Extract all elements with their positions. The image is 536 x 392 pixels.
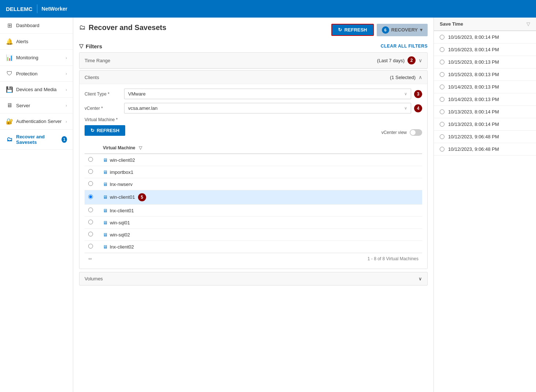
chevron-right-icon: › — [66, 103, 67, 108]
vm-radio-7[interactable] — [85, 241, 99, 253]
vm-radio-1[interactable] — [85, 166, 99, 178]
save-time-radio-7[interactable] — [440, 122, 444, 127]
sidebar-item-label: Alerts — [16, 39, 28, 44]
sidebar-item-devices-and-media[interactable]: 💾 Devices and Media › — [0, 82, 73, 98]
save-time-radio-1[interactable] — [440, 47, 444, 52]
sidebar-item-alerts[interactable]: 🔔 Alerts — [0, 34, 73, 50]
save-time-radio-3[interactable] — [440, 72, 444, 77]
sidebar-item-monitoring[interactable]: 📊 Monitoring › — [0, 50, 73, 66]
time-range-label: Time Range — [85, 58, 377, 63]
vm-radio-2[interactable] — [85, 178, 99, 190]
sidebar-item-authentication-server[interactable]: 🔐 Authentication Server › — [0, 113, 73, 130]
sidebar-item-dashboard[interactable]: ⊞ Dashboard — [0, 18, 73, 34]
save-time-row[interactable]: 10/15/2023, 8:00:13 PM — [434, 56, 536, 68]
dashboard-icon: ⊞ — [6, 22, 13, 29]
refresh-button[interactable]: ↻ REFRESH — [85, 125, 125, 136]
chevron-right-icon: › — [66, 87, 67, 92]
vm-radio-5[interactable] — [85, 217, 99, 229]
vcenter-row: ↻ REFRESH vCenter view — [85, 125, 422, 139]
save-time-radio-4[interactable] — [440, 85, 444, 89]
save-time-radio-8[interactable] — [440, 134, 444, 139]
save-time-radio-9[interactable] — [440, 147, 444, 152]
vm-radio-0[interactable] — [85, 154, 99, 166]
step-badge-2: 2 — [407, 56, 416, 64]
chevron-down-icon: ∨ — [418, 57, 422, 63]
save-time-radio-6[interactable] — [440, 109, 444, 114]
vm-icon: 🖥 — [103, 220, 108, 225]
vm-radio-6[interactable] — [85, 229, 99, 241]
clear-all-filters-button[interactable]: CLEAR ALL FILTERS — [381, 44, 428, 49]
clients-filter: Clients (1 Selected) ∧ Client Type * VMw… — [79, 70, 428, 269]
right-panel-header: Save Time ▽ — [434, 18, 536, 31]
sidebar-item-protection[interactable]: 🛡 Protection › — [0, 66, 73, 82]
vm-radio-4[interactable] — [85, 205, 99, 217]
filter-save-time-icon[interactable]: ▽ — [526, 21, 530, 27]
devices-icon: 💾 — [6, 86, 13, 93]
table-row[interactable]: 🖥win-sql01 — [85, 217, 422, 229]
save-time-value: 10/12/2023, 9:06:48 PM — [448, 134, 499, 139]
time-range-filter-row[interactable]: Time Range (Last 7 days) 2 ∨ — [79, 53, 427, 68]
sidebar-item-server[interactable]: 🖥 Server › — [0, 98, 73, 113]
save-time-value: 10/15/2023, 8:00:13 PM — [448, 59, 499, 65]
table-row[interactable]: 🖥lnx-nwserv — [85, 178, 422, 190]
clients-expanded: Client Type * VMware ∨ 3 vCenter * vcsa.… — [79, 84, 427, 269]
client-type-value: VMware — [128, 91, 146, 97]
vm-table-select-col — [85, 142, 99, 154]
save-time-value: 10/13/2023, 8:00:14 PM — [448, 109, 499, 115]
column-resize-icon[interactable]: ⇔ — [88, 256, 92, 261]
step-badge-5: 5 — [138, 193, 146, 201]
save-time-row[interactable]: 10/14/2023, 8:00:13 PM — [434, 81, 536, 93]
sidebar-item-recover-and-savesets[interactable]: 🗂 Recover and Savesets 1 — [0, 130, 73, 150]
volumes-filter-row[interactable]: Volumes ∨ — [79, 272, 428, 285]
vm-table: Virtual Machine ▽ 🖥win-client02🖥importbo… — [85, 142, 422, 253]
filters-title-text: Filters — [86, 43, 102, 49]
save-time-row[interactable]: 10/16/2023, 8:00:14 PM — [434, 44, 536, 56]
save-time-row[interactable]: 10/12/2023, 9:06:48 PM — [434, 131, 536, 143]
table-row[interactable]: 🖥lnx-client01 — [85, 205, 422, 217]
filter-col-icon[interactable]: ▽ — [139, 145, 142, 150]
table-row[interactable]: 🖥lnx-client02 — [85, 241, 422, 253]
recovery-label: RECOVERY — [391, 27, 418, 33]
save-time-row[interactable]: 10/12/2023, 9:06:48 PM — [434, 143, 536, 156]
client-type-select[interactable]: VMware ∨ — [124, 89, 411, 99]
page-title-icon: 🗂 — [79, 24, 86, 31]
auth-icon: 🔐 — [6, 118, 13, 125]
step-badge-3: 3 — [414, 90, 422, 98]
recovery-button[interactable]: 6 RECOVERY ▾ — [377, 24, 428, 36]
recover-icon: 🗂 — [6, 136, 13, 143]
table-row[interactable]: 🖥win-client02 — [85, 154, 422, 166]
recovery-badge: 6 — [382, 26, 389, 34]
sidebar-item-label: Recover and Savesets — [16, 134, 59, 145]
refresh-main-button[interactable]: ↻ REFRESH — [331, 24, 373, 36]
nav-divider — [37, 4, 37, 13]
vm-icon: 🖥 — [103, 232, 108, 238]
client-type-chevron-icon: ∨ — [404, 92, 407, 96]
sidebar-item-label: Authentication Server — [16, 119, 62, 124]
save-time-row[interactable]: 10/16/2023, 8:00:14 PM — [434, 31, 536, 44]
save-time-radio-2[interactable] — [440, 60, 444, 64]
vm-table-count: 1 - 8 of 8 Virtual Machines — [368, 256, 418, 261]
save-time-row[interactable]: 10/13/2023, 8:00:14 PM — [434, 118, 536, 131]
vcenter-view-toggle[interactable] — [410, 129, 422, 136]
vcenter-value: vcsa.amer.lan — [128, 105, 157, 111]
app-name: NetWorker — [42, 6, 68, 12]
right-panel-rows: 10/16/2023, 8:00:14 PM10/16/2023, 8:00:1… — [434, 31, 536, 392]
vcenter-select[interactable]: vcsa.amer.lan ∨ — [124, 103, 411, 113]
table-row[interactable]: 🖥importbox1 — [85, 166, 422, 178]
vcenter-view-container: vCenter view — [381, 129, 422, 136]
vm-name-cell: 🖥lnx-client02 — [99, 241, 422, 253]
save-time-value: 10/15/2023, 8:00:13 PM — [448, 72, 499, 77]
save-time-row[interactable]: 10/15/2023, 8:00:13 PM — [434, 68, 536, 81]
protection-icon: 🛡 — [6, 70, 13, 77]
save-time-radio-0[interactable] — [440, 35, 444, 40]
table-row[interactable]: 🖥win-client015 — [85, 190, 422, 205]
save-time-radio-5[interactable] — [440, 97, 444, 102]
clients-filter-row[interactable]: Clients (1 Selected) ∧ — [79, 71, 427, 84]
vm-name-cell: 🖥win-client02 — [99, 154, 422, 166]
save-time-row[interactable]: 10/13/2023, 8:00:14 PM — [434, 106, 536, 118]
brand-logo: DELLEMC — [6, 6, 33, 12]
refresh-icon: ↻ — [90, 128, 94, 133]
table-row[interactable]: 🖥win-sql02 — [85, 229, 422, 241]
vm-radio-3[interactable] — [85, 190, 99, 205]
save-time-row[interactable]: 10/14/2023, 8:00:13 PM — [434, 93, 536, 106]
